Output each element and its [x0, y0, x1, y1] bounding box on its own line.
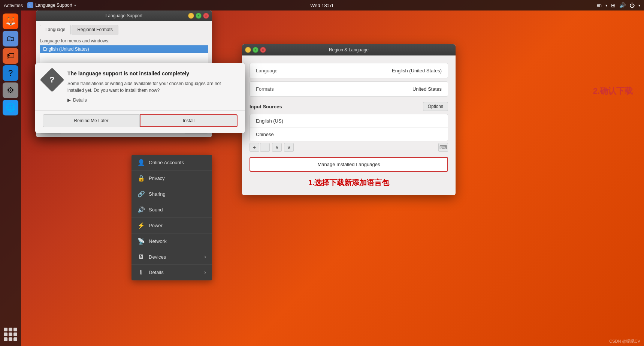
- sidebar-label-devices: Devices: [149, 254, 166, 260]
- chevron-down-icon: ▾: [638, 3, 640, 7]
- sharing-icon: 🔗: [137, 190, 144, 198]
- annotation-1: 1.选择下载新添加语言包: [308, 178, 390, 187]
- formats-row[interactable]: Formats United States: [250, 81, 448, 97]
- main-area: – + × Region & Language Language English…: [21, 10, 644, 346]
- sound-icon: 🔊: [137, 206, 144, 213]
- sidebar-item-power[interactable]: ⚡ Power: [131, 218, 212, 234]
- taskbar-left: Activities L Language Support ▾: [4, 2, 76, 8]
- details-triangle-icon: ▶: [67, 97, 71, 103]
- tab-regional-formats[interactable]: Regional Formats: [72, 25, 118, 34]
- sidebar-label-network: Network: [149, 238, 167, 244]
- input-sources-section: Input Sources Options: [250, 102, 448, 111]
- input-source-controls: + – ∧ ∨ ⌨: [250, 143, 448, 152]
- input-sources-list: English (US) Chinese: [250, 114, 448, 141]
- sidebar-item-sound[interactable]: 🔊 Sound: [131, 202, 212, 218]
- dock-icon-browser[interactable]: 🌐: [3, 100, 18, 115]
- keyboard-layout-button[interactable]: ⌨: [438, 143, 448, 152]
- sidebar-label-privacy: Privacy: [149, 175, 165, 181]
- ls-minimize-button[interactable]: –: [188, 13, 194, 19]
- sidebar-label-details: Details: [149, 270, 164, 275]
- lang-support-title: Language Support: [106, 13, 143, 18]
- lang-support-controls: – + ×: [188, 13, 209, 19]
- details-label: Details: [73, 97, 87, 103]
- annotation-2: 2.确认下载: [593, 85, 633, 97]
- incomplete-language-dialog: ? The language support is not installed …: [35, 63, 245, 133]
- sidebar-item-details[interactable]: ℹ Details: [131, 265, 212, 280]
- add-source-button[interactable]: +: [250, 143, 259, 152]
- language-indicator[interactable]: en: [597, 3, 602, 8]
- move-up-button[interactable]: ∧: [272, 143, 282, 152]
- sidebar-label-power: Power: [149, 223, 163, 228]
- region-language-window: – + × Region & Language Language English…: [242, 44, 456, 195]
- region-content: Language English (United States) Formats…: [242, 55, 456, 195]
- activities-button[interactable]: Activities: [4, 3, 23, 8]
- question-mark-icon: ?: [49, 75, 54, 85]
- settings-sidebar: 👤 Online Accounts 🔒 Privacy 🔗 Sharing 🔊 …: [131, 155, 212, 280]
- network-icon: 📡: [137, 238, 144, 245]
- remove-source-button[interactable]: –: [260, 143, 270, 152]
- question-diamond-icon: ?: [40, 67, 64, 92]
- close-button[interactable]: ×: [260, 47, 266, 53]
- sidebar-item-online-accounts[interactable]: 👤 Online Accounts: [131, 155, 212, 171]
- manage-languages-button[interactable]: Manage Installed Languages: [250, 157, 448, 172]
- input-source-english[interactable]: English (US): [250, 114, 448, 128]
- minimize-button[interactable]: –: [245, 47, 251, 53]
- lang-support-titlebar: Language Support – + ×: [36, 10, 212, 21]
- modal-buttons: Remind Me Later Install: [35, 110, 245, 133]
- modal-body: Some translations or writing aids availa…: [67, 80, 238, 94]
- dock-icon-files[interactable]: 🗂: [3, 31, 18, 46]
- modal-text-area: The language support is not installed co…: [67, 70, 238, 103]
- taskbar: Activities L Language Support ▾ Wed 18:5…: [0, 0, 644, 10]
- dock-apps-grid-button[interactable]: [3, 327, 18, 342]
- details-icon: ℹ: [137, 269, 144, 276]
- maximize-button[interactable]: +: [253, 47, 258, 53]
- tab-language[interactable]: Language: [40, 25, 71, 34]
- dock-icon-firefox[interactable]: 🦊: [3, 13, 18, 29]
- app-indicator[interactable]: L Language Support ▾: [27, 2, 76, 8]
- volume-icon: 🔊: [619, 2, 626, 8]
- chevron-down-icon: ▾: [74, 3, 76, 7]
- attribution: CSDN @嗯嗯CV: [609, 339, 640, 344]
- language-row[interactable]: Language English (United States): [250, 63, 448, 78]
- network-icon: ⊞: [611, 2, 616, 8]
- formats-value: United States: [412, 86, 442, 92]
- input-source-chinese[interactable]: Chinese: [250, 128, 448, 141]
- sidebar-label-sound: Sound: [149, 207, 163, 213]
- app-indicator-dot: L: [27, 2, 33, 8]
- dock-icon-settings[interactable]: ⚙: [3, 82, 18, 98]
- remind-later-button[interactable]: Remind Me Later: [43, 114, 140, 127]
- dock-icon-help[interactable]: ?: [3, 65, 18, 81]
- ls-close-button[interactable]: ×: [203, 13, 209, 19]
- region-language-titlebar: – + × Region & Language: [242, 44, 456, 55]
- move-down-button[interactable]: ∨: [284, 143, 294, 152]
- sidebar-item-network[interactable]: 📡 Network: [131, 234, 212, 249]
- ls-maximize-button[interactable]: +: [196, 13, 202, 19]
- lang-list-item-english[interactable]: English (United States): [40, 45, 208, 53]
- sidebar-item-sharing[interactable]: 🔗 Sharing: [131, 186, 212, 202]
- region-window-controls: – + ×: [245, 47, 266, 53]
- language-label: Language: [256, 68, 278, 73]
- install-button[interactable]: Install: [140, 114, 238, 127]
- dock: 🦊 🗂 🏷 ? ⚙ 🌐: [0, 10, 21, 346]
- dock-icon-software[interactable]: 🏷: [3, 48, 18, 64]
- language-for-menus-label: Language for menus and windows:: [40, 38, 208, 43]
- modal-content: ? The language support is not installed …: [35, 63, 245, 110]
- power-icon: ⚡: [137, 222, 144, 229]
- power-icon: ⏻: [629, 2, 635, 8]
- options-button[interactable]: Options: [423, 102, 448, 111]
- devices-icon: 🖥: [137, 253, 144, 260]
- sidebar-item-privacy[interactable]: 🔒 Privacy: [131, 171, 212, 186]
- modal-details[interactable]: ▶ Details: [67, 97, 238, 103]
- taskbar-clock: Wed 18:51: [310, 3, 334, 8]
- modal-title: The language support is not installed co…: [67, 70, 238, 76]
- language-value: English (United States): [392, 68, 442, 73]
- lang-support-tabs: Language Regional Formats: [40, 25, 208, 34]
- sidebar-label-sharing: Sharing: [149, 191, 166, 197]
- taskbar-right: en ▾ ⊞ 🔊 ⏻ ▾: [597, 2, 640, 8]
- sidebar-item-devices[interactable]: 🖥 Devices: [131, 249, 212, 265]
- sidebar-label-online-accounts: Online Accounts: [149, 160, 184, 165]
- privacy-icon: 🔒: [137, 175, 144, 182]
- online-accounts-icon: 👤: [137, 159, 144, 166]
- region-window-title: Region & Language: [329, 47, 369, 52]
- chevron-down-icon: ▾: [605, 3, 607, 7]
